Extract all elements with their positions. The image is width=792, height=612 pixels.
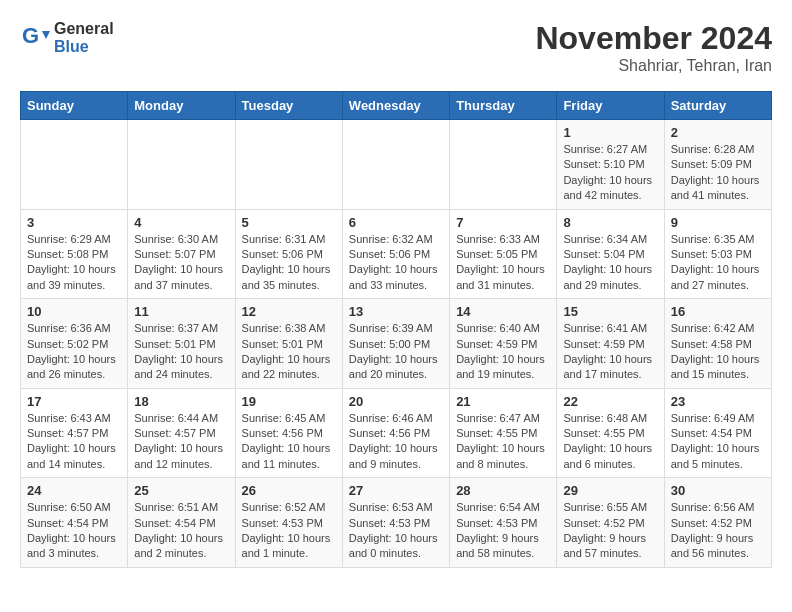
day-number: 21 — [456, 394, 550, 409]
calendar-cell: 24Sunrise: 6:50 AMSunset: 4:54 PMDayligh… — [21, 478, 128, 568]
svg-text:G: G — [22, 23, 39, 48]
day-info: Sunrise: 6:50 AMSunset: 4:54 PMDaylight:… — [27, 500, 121, 562]
day-info: Sunrise: 6:55 AMSunset: 4:52 PMDaylight:… — [563, 500, 657, 562]
day-info: Sunrise: 6:32 AMSunset: 5:06 PMDaylight:… — [349, 232, 443, 294]
day-number: 25 — [134, 483, 228, 498]
calendar-cell: 23Sunrise: 6:49 AMSunset: 4:54 PMDayligh… — [664, 388, 771, 478]
day-info: Sunrise: 6:48 AMSunset: 4:55 PMDaylight:… — [563, 411, 657, 473]
day-number: 15 — [563, 304, 657, 319]
day-number: 17 — [27, 394, 121, 409]
calendar-cell: 20Sunrise: 6:46 AMSunset: 4:56 PMDayligh… — [342, 388, 449, 478]
day-info: Sunrise: 6:33 AMSunset: 5:05 PMDaylight:… — [456, 232, 550, 294]
calendar-cell: 6Sunrise: 6:32 AMSunset: 5:06 PMDaylight… — [342, 209, 449, 299]
calendar-cell: 27Sunrise: 6:53 AMSunset: 4:53 PMDayligh… — [342, 478, 449, 568]
day-header-saturday: Saturday — [664, 92, 771, 120]
day-info: Sunrise: 6:43 AMSunset: 4:57 PMDaylight:… — [27, 411, 121, 473]
day-number: 1 — [563, 125, 657, 140]
days-header-row: SundayMondayTuesdayWednesdayThursdayFrid… — [21, 92, 772, 120]
calendar-cell: 12Sunrise: 6:38 AMSunset: 5:01 PMDayligh… — [235, 299, 342, 389]
day-number: 2 — [671, 125, 765, 140]
day-info: Sunrise: 6:44 AMSunset: 4:57 PMDaylight:… — [134, 411, 228, 473]
week-row-4: 17Sunrise: 6:43 AMSunset: 4:57 PMDayligh… — [21, 388, 772, 478]
logo-blue: Blue — [54, 38, 114, 56]
calendar-cell: 25Sunrise: 6:51 AMSunset: 4:54 PMDayligh… — [128, 478, 235, 568]
day-header-tuesday: Tuesday — [235, 92, 342, 120]
day-number: 7 — [456, 215, 550, 230]
calendar-cell: 16Sunrise: 6:42 AMSunset: 4:58 PMDayligh… — [664, 299, 771, 389]
calendar-table: SundayMondayTuesdayWednesdayThursdayFrid… — [20, 91, 772, 568]
day-number: 28 — [456, 483, 550, 498]
calendar-cell: 11Sunrise: 6:37 AMSunset: 5:01 PMDayligh… — [128, 299, 235, 389]
day-info: Sunrise: 6:37 AMSunset: 5:01 PMDaylight:… — [134, 321, 228, 383]
day-info: Sunrise: 6:46 AMSunset: 4:56 PMDaylight:… — [349, 411, 443, 473]
calendar-cell: 15Sunrise: 6:41 AMSunset: 4:59 PMDayligh… — [557, 299, 664, 389]
calendar-cell: 9Sunrise: 6:35 AMSunset: 5:03 PMDaylight… — [664, 209, 771, 299]
day-info: Sunrise: 6:28 AMSunset: 5:09 PMDaylight:… — [671, 142, 765, 204]
day-number: 12 — [242, 304, 336, 319]
calendar-cell: 28Sunrise: 6:54 AMSunset: 4:53 PMDayligh… — [450, 478, 557, 568]
day-number: 11 — [134, 304, 228, 319]
calendar-cell: 26Sunrise: 6:52 AMSunset: 4:53 PMDayligh… — [235, 478, 342, 568]
calendar-cell: 30Sunrise: 6:56 AMSunset: 4:52 PMDayligh… — [664, 478, 771, 568]
day-info: Sunrise: 6:36 AMSunset: 5:02 PMDaylight:… — [27, 321, 121, 383]
day-header-thursday: Thursday — [450, 92, 557, 120]
page-header: G General Blue November 2024 Shahriar, T… — [20, 20, 772, 75]
calendar-cell: 29Sunrise: 6:55 AMSunset: 4:52 PMDayligh… — [557, 478, 664, 568]
day-number: 10 — [27, 304, 121, 319]
day-number: 18 — [134, 394, 228, 409]
day-info: Sunrise: 6:45 AMSunset: 4:56 PMDaylight:… — [242, 411, 336, 473]
calendar-cell — [342, 120, 449, 210]
calendar-cell: 10Sunrise: 6:36 AMSunset: 5:02 PMDayligh… — [21, 299, 128, 389]
day-number: 16 — [671, 304, 765, 319]
day-number: 13 — [349, 304, 443, 319]
calendar-cell — [128, 120, 235, 210]
day-info: Sunrise: 6:38 AMSunset: 5:01 PMDaylight:… — [242, 321, 336, 383]
title-block: November 2024 Shahriar, Tehran, Iran — [535, 20, 772, 75]
day-number: 22 — [563, 394, 657, 409]
day-number: 23 — [671, 394, 765, 409]
calendar-cell: 22Sunrise: 6:48 AMSunset: 4:55 PMDayligh… — [557, 388, 664, 478]
day-number: 24 — [27, 483, 121, 498]
day-number: 29 — [563, 483, 657, 498]
svg-marker-1 — [42, 31, 50, 39]
day-info: Sunrise: 6:54 AMSunset: 4:53 PMDaylight:… — [456, 500, 550, 562]
calendar-cell: 1Sunrise: 6:27 AMSunset: 5:10 PMDaylight… — [557, 120, 664, 210]
logo-text: General Blue — [54, 20, 114, 55]
day-number: 8 — [563, 215, 657, 230]
week-row-2: 3Sunrise: 6:29 AMSunset: 5:08 PMDaylight… — [21, 209, 772, 299]
day-info: Sunrise: 6:35 AMSunset: 5:03 PMDaylight:… — [671, 232, 765, 294]
day-info: Sunrise: 6:29 AMSunset: 5:08 PMDaylight:… — [27, 232, 121, 294]
day-info: Sunrise: 6:39 AMSunset: 5:00 PMDaylight:… — [349, 321, 443, 383]
day-number: 27 — [349, 483, 443, 498]
calendar-cell: 13Sunrise: 6:39 AMSunset: 5:00 PMDayligh… — [342, 299, 449, 389]
logo: G General Blue — [20, 20, 114, 55]
calendar-cell — [450, 120, 557, 210]
day-header-wednesday: Wednesday — [342, 92, 449, 120]
day-number: 20 — [349, 394, 443, 409]
day-info: Sunrise: 6:34 AMSunset: 5:04 PMDaylight:… — [563, 232, 657, 294]
calendar-cell: 4Sunrise: 6:30 AMSunset: 5:07 PMDaylight… — [128, 209, 235, 299]
calendar-cell: 3Sunrise: 6:29 AMSunset: 5:08 PMDaylight… — [21, 209, 128, 299]
logo-icon: G — [20, 23, 50, 53]
day-number: 6 — [349, 215, 443, 230]
location-subtitle: Shahriar, Tehran, Iran — [535, 57, 772, 75]
calendar-cell: 17Sunrise: 6:43 AMSunset: 4:57 PMDayligh… — [21, 388, 128, 478]
calendar-cell: 19Sunrise: 6:45 AMSunset: 4:56 PMDayligh… — [235, 388, 342, 478]
calendar-cell: 18Sunrise: 6:44 AMSunset: 4:57 PMDayligh… — [128, 388, 235, 478]
day-header-friday: Friday — [557, 92, 664, 120]
day-info: Sunrise: 6:42 AMSunset: 4:58 PMDaylight:… — [671, 321, 765, 383]
calendar-cell — [21, 120, 128, 210]
day-info: Sunrise: 6:27 AMSunset: 5:10 PMDaylight:… — [563, 142, 657, 204]
calendar-cell: 5Sunrise: 6:31 AMSunset: 5:06 PMDaylight… — [235, 209, 342, 299]
day-number: 3 — [27, 215, 121, 230]
day-header-sunday: Sunday — [21, 92, 128, 120]
day-number: 4 — [134, 215, 228, 230]
day-info: Sunrise: 6:47 AMSunset: 4:55 PMDaylight:… — [456, 411, 550, 473]
day-info: Sunrise: 6:49 AMSunset: 4:54 PMDaylight:… — [671, 411, 765, 473]
calendar-cell: 21Sunrise: 6:47 AMSunset: 4:55 PMDayligh… — [450, 388, 557, 478]
day-info: Sunrise: 6:56 AMSunset: 4:52 PMDaylight:… — [671, 500, 765, 562]
day-info: Sunrise: 6:52 AMSunset: 4:53 PMDaylight:… — [242, 500, 336, 562]
day-header-monday: Monday — [128, 92, 235, 120]
calendar-cell: 14Sunrise: 6:40 AMSunset: 4:59 PMDayligh… — [450, 299, 557, 389]
day-info: Sunrise: 6:30 AMSunset: 5:07 PMDaylight:… — [134, 232, 228, 294]
